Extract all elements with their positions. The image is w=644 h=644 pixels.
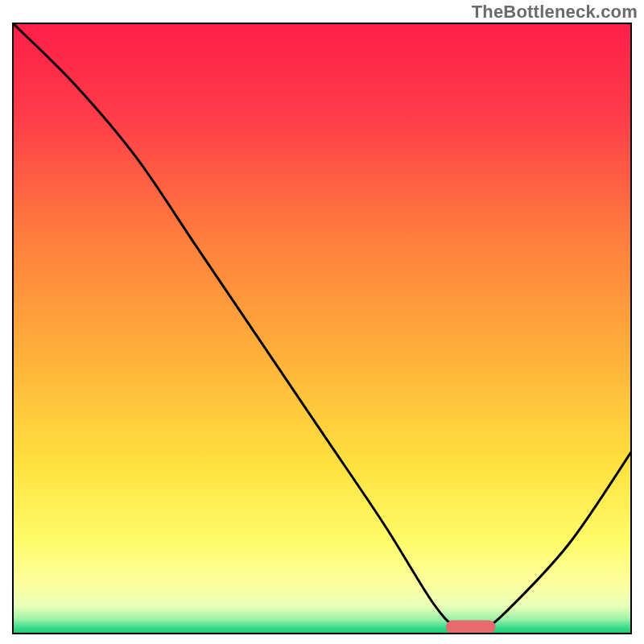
bottleneck-chart [12, 23, 632, 634]
chart-container: TheBottleneck.com [0, 0, 644, 644]
gradient-background [12, 23, 632, 634]
plot-area [12, 23, 632, 634]
watermark-text: TheBottleneck.com [472, 2, 638, 23]
optimal-marker [446, 621, 496, 634]
